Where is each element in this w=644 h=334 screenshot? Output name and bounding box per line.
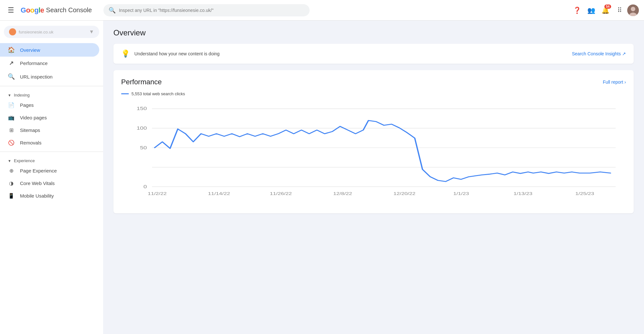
sidebar-item-core-web-vitals[interactable]: ◑ Core Web Vitals xyxy=(0,177,99,190)
insights-link-label: Search Console Insights xyxy=(572,51,621,56)
topbar: ☰ Google Search Console 🔍 ❓ 👥 🔔 54 ⠿ xyxy=(0,0,644,21)
apps-button[interactable]: ⠿ xyxy=(613,4,626,17)
magnify-icon: 🔍 xyxy=(8,73,15,80)
svg-text:1/1/23: 1/1/23 xyxy=(453,191,469,196)
sidebar-label-overview: Overview xyxy=(20,47,40,53)
hamburger-button[interactable]: ☰ xyxy=(5,4,17,17)
sidebar: funsieonesie.co.uk ▼ 🏠 Overview ↗ Perfor… xyxy=(0,21,103,334)
svg-text:1/13/23: 1/13/23 xyxy=(514,191,533,196)
experience-arrow-icon: ▼ xyxy=(8,159,11,163)
insights-card: 💡 Understand how your new content is doi… xyxy=(113,44,634,64)
sidebar-label-url-inspection: URL inspection xyxy=(20,74,53,79)
experience-section-label: Experience xyxy=(14,158,35,163)
page-title: Overview xyxy=(113,28,634,37)
indexing-arrow-icon: ▼ xyxy=(8,93,11,97)
indexing-section-header[interactable]: ▼ Indexing xyxy=(0,89,103,99)
sidebar-label-removals: Removals xyxy=(20,140,42,145)
layout: funsieonesie.co.uk ▼ 🏠 Overview ↗ Perfor… xyxy=(0,21,644,334)
property-dropdown-icon: ▼ xyxy=(89,29,94,35)
notification-badge: 54 xyxy=(604,5,611,9)
sidebar-label-video-pages: Video pages xyxy=(20,115,47,120)
search-icon: 🔍 xyxy=(109,7,116,14)
app-title: Search Console xyxy=(46,6,92,14)
svg-text:100: 100 xyxy=(137,126,147,131)
full-report-link[interactable]: Full report › xyxy=(603,79,626,85)
sidebar-item-video-pages[interactable]: 📺 Video pages xyxy=(0,111,99,124)
sidebar-label-performance: Performance xyxy=(20,60,48,66)
chart-svg: 150 100 50 0 11/2/22 11/14/22 11/26/22 1… xyxy=(121,101,626,204)
svg-text:11/2/22: 11/2/22 xyxy=(148,191,167,196)
svg-text:0: 0 xyxy=(143,184,147,189)
indexing-section-label: Indexing xyxy=(14,93,30,97)
svg-text:11/26/22: 11/26/22 xyxy=(270,191,292,196)
pages-icon: 📄 xyxy=(8,102,15,108)
grid-icon: ⠿ xyxy=(617,6,622,14)
people-icon: 👥 xyxy=(587,6,595,14)
svg-text:12/8/22: 12/8/22 xyxy=(333,191,352,196)
insights-left: 💡 Understand how your new content is doi… xyxy=(121,50,220,58)
divider-1 xyxy=(0,86,103,86)
full-report-label: Full report xyxy=(603,79,623,85)
help-icon: ❓ xyxy=(573,6,581,14)
sidebar-item-overview[interactable]: 🏠 Overview xyxy=(0,43,99,57)
removals-icon: 🚫 xyxy=(8,140,15,146)
cwv-icon: ◑ xyxy=(8,180,15,186)
help-button[interactable]: ❓ xyxy=(571,4,583,17)
trending-up-icon: ↗ xyxy=(8,60,15,67)
full-report-chevron: › xyxy=(624,79,626,85)
sidebar-item-url-inspection[interactable]: 🔍 URL inspection xyxy=(0,70,99,83)
external-link-icon: ↗ xyxy=(622,51,626,56)
experience-section-header[interactable]: ▼ Experience xyxy=(0,154,103,164)
sidebar-label-mobile-usability: Mobile Usability xyxy=(20,193,54,199)
svg-text:50: 50 xyxy=(140,145,147,150)
sidebar-item-removals[interactable]: 🚫 Removals xyxy=(0,136,99,149)
performance-legend: 5,553 total web search clicks xyxy=(121,91,626,96)
performance-title: Performance xyxy=(121,78,162,86)
total-clicks-label: 5,553 total web search clicks xyxy=(131,91,185,96)
sidebar-item-performance[interactable]: ↗ Performance xyxy=(0,57,99,70)
sidebar-label-core-web-vitals: Core Web Vitals xyxy=(20,181,55,186)
performance-card: Performance Full report › 5,553 total we… xyxy=(113,70,634,213)
avatar-image xyxy=(627,5,639,16)
performance-chart: 150 100 50 0 11/2/22 11/14/22 11/26/22 1… xyxy=(121,101,626,206)
property-icon xyxy=(9,28,16,35)
sidebar-item-page-experience[interactable]: ⊕ Page Experience xyxy=(0,164,99,177)
chart-line xyxy=(155,120,610,181)
url-search-bar[interactable]: 🔍 xyxy=(103,4,310,16)
performance-header: Performance Full report › xyxy=(121,78,626,86)
home-icon: 🏠 xyxy=(8,46,15,53)
main-content: Overview 💡 Understand how your new conte… xyxy=(103,21,644,334)
svg-text:11/14/22: 11/14/22 xyxy=(208,191,230,196)
topbar-actions: ❓ 👥 🔔 54 ⠿ xyxy=(571,4,639,17)
search-input[interactable] xyxy=(119,8,304,13)
property-label: funsieonesie.co.uk xyxy=(19,30,86,34)
sitemap-icon: ⊞ xyxy=(8,127,15,133)
legend-line xyxy=(121,93,129,94)
video-icon: 📺 xyxy=(8,115,15,121)
sidebar-label-pages: Pages xyxy=(20,102,34,108)
search-console-insights-link[interactable]: Search Console Insights ↗ xyxy=(572,51,626,56)
sidebar-label-sitemaps: Sitemaps xyxy=(20,127,40,133)
sidebar-label-page-experience: Page Experience xyxy=(20,168,57,173)
sidebar-item-sitemaps[interactable]: ⊞ Sitemaps xyxy=(0,124,99,136)
svg-text:12/20/22: 12/20/22 xyxy=(393,191,415,196)
sidebar-item-pages[interactable]: 📄 Pages xyxy=(0,99,99,111)
mobile-icon: 📱 xyxy=(8,193,15,199)
property-button[interactable]: funsieonesie.co.uk ▼ xyxy=(4,26,99,38)
notifications-button[interactable]: 🔔 54 xyxy=(599,4,612,17)
svg-text:1/25/23: 1/25/23 xyxy=(575,191,594,196)
avatar[interactable] xyxy=(627,5,639,16)
divider-2 xyxy=(0,152,103,152)
manage-users-button[interactable]: 👥 xyxy=(585,4,598,17)
insights-text: Understand how your new content is doing xyxy=(134,51,220,56)
google-wordmark: Google xyxy=(21,6,44,14)
page-exp-icon: ⊕ xyxy=(8,168,15,174)
sidebar-item-mobile-usability[interactable]: 📱 Mobile Usability xyxy=(0,190,99,202)
svg-text:150: 150 xyxy=(137,106,147,111)
property-selector[interactable]: funsieonesie.co.uk ▼ xyxy=(4,26,99,38)
logo: Google Search Console xyxy=(21,6,92,14)
bulb-icon: 💡 xyxy=(121,50,130,58)
svg-point-1 xyxy=(631,7,635,11)
